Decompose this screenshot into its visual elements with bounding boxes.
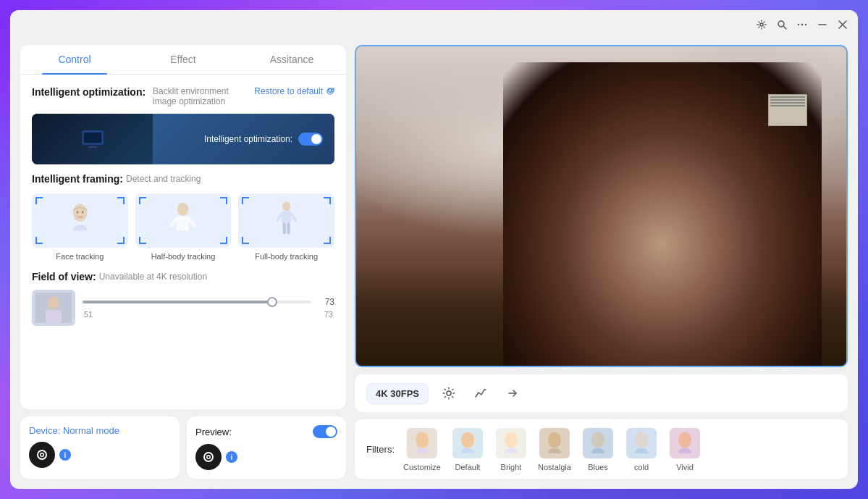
filter-label-vivid: Vivid [676,463,694,471]
filter-face-blues [583,428,613,458]
video-container [355,45,848,367]
svg-point-34 [548,432,561,448]
framing-header: Intelligent framing: Detect and tracking [32,173,334,185]
minimize-icon[interactable] [816,18,829,31]
fov-slider-row: 73 [83,297,334,307]
restore-default-link[interactable]: Restore to default [254,86,334,96]
optimization-preview: Intelligent optimization: [32,114,334,164]
filter-item-cold[interactable]: cold [625,427,658,471]
tab-effect[interactable]: Effect [129,45,237,74]
framing-section: Intelligent framing: Detect and tracking [32,173,334,261]
face-tracking-thumb [32,193,128,248]
fov-preview-thumb [32,290,75,326]
fov-thumb-image [35,293,72,323]
preview-toggle[interactable] [313,425,337,438]
device-panel: Device: Normal mode i [20,416,180,479]
svg-rect-7 [88,146,97,148]
half-person-svg [155,200,211,241]
svg-point-36 [591,432,604,448]
preview-header: Preview: [195,425,337,438]
tab-control[interactable]: Control [20,45,129,74]
device-mode: Normal mode [63,425,119,436]
vc-settings-icon[interactable] [437,382,460,405]
half-body-tracking-thumb [135,193,232,248]
svg-point-1 [778,21,784,27]
filters-row: Filters: Customize [355,419,848,479]
full-body-tracking-thumb [238,193,334,248]
video-controls: 4K 30FPS [355,374,848,412]
filter-item-blues[interactable]: Blues [581,427,615,471]
fov-min: 51 [84,310,93,319]
optimization-toggle-area: Intelligent optimization: [204,133,323,146]
bottom-panels: Device: Normal mode i [20,416,346,479]
filter-thumb-nostalgia [538,427,571,460]
filter-item-nostalgia[interactable]: Nostalgia [538,427,571,471]
cam-info-icon: i [59,449,71,461]
device-title: Device: Normal mode [29,425,171,436]
filter-items: Customize Default [403,427,701,471]
filter-label-nostalgia: Nostalgia [538,463,571,471]
close-icon[interactable] [836,18,849,31]
filter-face-bright [496,428,526,458]
cam-container: i [29,442,171,468]
fov-slider-area: 73 51 73 [32,290,334,326]
tabs: Control Effect Assitance [20,45,346,75]
optimization-toggle-label: Intelligent optimization: [204,134,292,144]
tracking-option-half[interactable]: Half-body tracking [135,193,232,261]
filter-thumb-blues [581,427,615,460]
filter-item-bright[interactable]: Bright [494,427,528,471]
svg-point-0 [760,23,763,26]
bracket-bl [35,237,43,244]
filter-item-vivid[interactable]: Vivid [668,427,701,471]
filter-item-customize[interactable]: Customize [403,427,441,471]
main-content: Control Effect Assitance Intelligent opt… [10,39,858,489]
svg-point-9 [76,211,78,214]
settings-icon[interactable] [755,18,768,31]
fov-subtitle: Unavailable at 4K resolution [99,272,207,282]
svg-point-26 [447,391,451,395]
filter-thumb-customize [405,427,439,460]
svg-rect-14 [282,211,291,223]
svg-point-28 [416,432,429,448]
optimization-title: Intelligent optimization: [32,86,146,98]
svg-point-30 [461,432,474,448]
panel-body: Intelligent optimization: Backlit enviro… [20,86,346,326]
bracket-tr [117,197,125,204]
filter-thumb-cold [625,427,658,460]
device-camera-icon [29,442,55,468]
filter-item-default[interactable]: Default [451,427,484,471]
tracking-option-full[interactable]: Full-body tracking [238,193,334,261]
fov-slider[interactable] [83,301,311,303]
fov-slider-thumb [267,297,277,307]
svg-point-3 [801,24,803,25]
fps-badge: 4K 30FPS [366,383,429,404]
filters-label: Filters: [366,444,395,455]
framing-subtitle: Detect and tracking [126,174,201,184]
svg-point-2 [798,24,799,25]
vent-slat [770,96,805,98]
fov-title: Field of view: [32,271,96,282]
video-vent [768,94,807,126]
bracket-br-full [324,237,331,244]
svg-point-38 [635,432,648,448]
preview-cam-container: i [195,444,337,470]
vent-slat [770,105,805,106]
optimization-toggle[interactable] [298,133,323,146]
fov-slider-range: 51 73 [83,310,334,319]
app-window: Control Effect Assitance Intelligent opt… [10,10,858,489]
fov-slider-fill [83,301,277,303]
tracking-option-face[interactable]: Face tracking [32,193,128,261]
more-icon[interactable] [796,18,809,31]
vc-stream-icon[interactable] [501,382,524,405]
vc-levels-icon[interactable] [469,382,492,405]
filter-face-nostalgia [539,428,570,458]
bracket-br [117,237,125,244]
preview-title: Preview: [195,427,232,437]
tab-assistance[interactable]: Assitance [237,45,346,74]
control-panel: Control Effect Assitance Intelligent opt… [20,45,346,409]
fov-section: Field of view: Unavailable at 4K resolut… [32,271,334,326]
svg-rect-15 [283,223,286,235]
filter-label-bright: Bright [501,463,522,471]
search-icon[interactable] [775,18,788,31]
svg-point-11 [177,203,189,216]
